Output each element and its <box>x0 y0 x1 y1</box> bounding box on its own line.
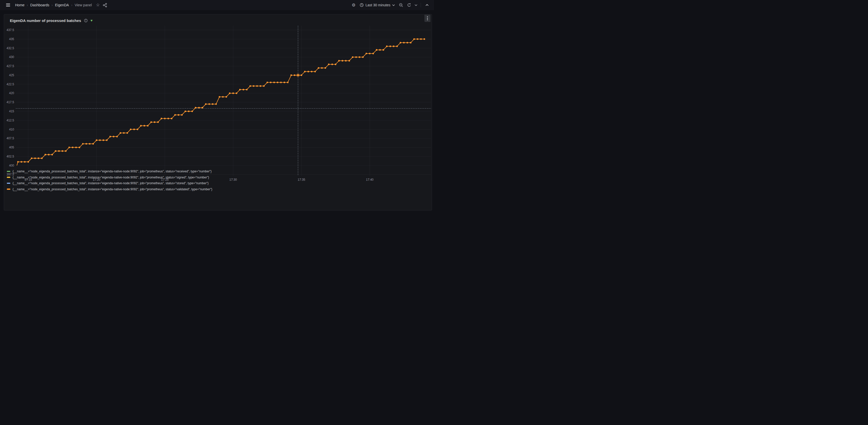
series-label: {__name__="node_eigenda_processed_batche… <box>12 181 209 185</box>
legend-item[interactable]: {__name__="node_eigenda_processed_batche… <box>7 188 212 191</box>
y-axis-tick-label: 412.5 <box>6 119 14 122</box>
chart-plot-area[interactable] <box>16 26 431 176</box>
y-axis-tick-label: 405 <box>9 146 14 149</box>
chart-legend: {__name__="node_eigenda_processed_batche… <box>7 170 212 191</box>
x-axis-tick-label: 17:40 <box>366 178 373 181</box>
y-axis-tick-label: 427.5 <box>6 64 14 68</box>
y-axis-tick-label: 425 <box>9 74 14 77</box>
legend-item[interactable]: {__name__="node_eigenda_processed_batche… <box>7 170 212 173</box>
series-label: {__name__="node_eigenda_processed_batche… <box>12 170 212 173</box>
y-axis-tick-label: 422.5 <box>6 83 14 86</box>
y-axis-tick-label: 417.5 <box>6 101 14 104</box>
series-color-swatch <box>7 171 10 172</box>
y-axis-tick-label: 435 <box>9 37 14 41</box>
y-axis-tick-label: 430 <box>9 55 14 59</box>
series-label: {__name__="node_eigenda_processed_batche… <box>12 176 209 179</box>
y-axis-tick-label: 420 <box>9 91 14 95</box>
x-axis-tick-label: 17:30 <box>229 178 237 181</box>
legend-item[interactable]: {__name__="node_eigenda_processed_batche… <box>7 181 212 185</box>
series-color-swatch <box>7 177 10 178</box>
y-axis-tick-label: 407.5 <box>6 137 14 140</box>
y-axis-tick-label: 402.5 <box>6 155 14 158</box>
legend-item[interactable]: {__name__="node_eigenda_processed_batche… <box>7 176 212 179</box>
y-axis-tick-label: 415 <box>9 110 14 113</box>
y-axis-tick-label: 400 <box>9 164 14 167</box>
series-label: {__name__="node_eigenda_processed_batche… <box>12 188 212 191</box>
x-axis-tick-label: 17:35 <box>298 178 305 181</box>
series-color-swatch <box>7 183 10 184</box>
y-axis-tick-label: 437.5 <box>6 28 14 32</box>
y-axis-tick-label: 432.5 <box>6 47 14 50</box>
y-axis-tick-label: 410 <box>9 128 14 131</box>
series-color-swatch <box>7 189 10 190</box>
